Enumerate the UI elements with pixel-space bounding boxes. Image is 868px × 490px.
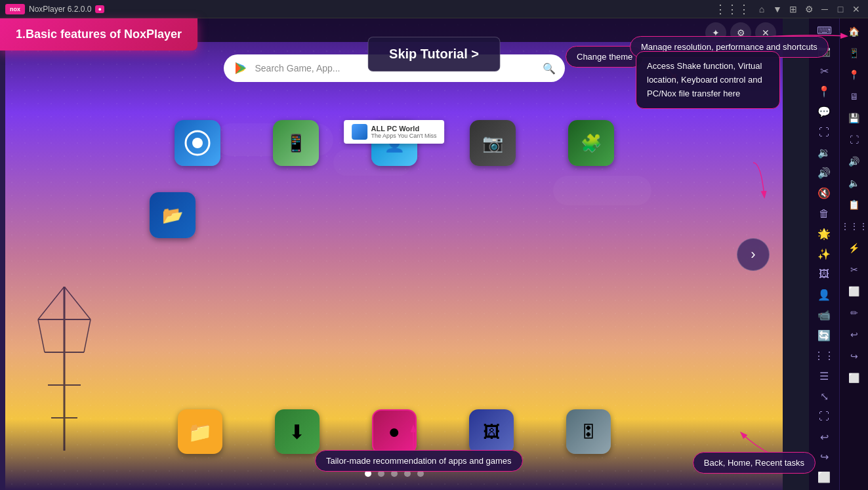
skip-tutorial-button[interactable]: Skip Tutorial >	[367, 37, 501, 71]
dock-icon-files[interactable]: 📁	[178, 409, 222, 454]
far-right-btn-14[interactable]: ✏	[842, 302, 866, 323]
settings-btn[interactable]: ⚙	[802, 3, 816, 16]
toolbar-scissors-btn[interactable]: ✂	[812, 62, 836, 81]
svg-line-5	[38, 287, 64, 319]
far-right-btn-6[interactable]: ⛶	[842, 129, 866, 150]
toolbar-messages-btn[interactable]: 💬	[812, 102, 836, 122]
toolbar-volume-up-btn[interactable]: 🔊	[812, 163, 836, 183]
far-right-btn-2[interactable]: 📱	[842, 43, 866, 64]
back-home-tooltip: Back, Home, Recent tasks	[693, 452, 816, 474]
far-right-btn-12[interactable]: ✂	[842, 259, 866, 280]
svg-line-6	[64, 287, 91, 319]
toolbar-resize-btn[interactable]: ⤡	[812, 386, 836, 406]
maximize-btn[interactable]: □	[834, 3, 847, 16]
dock-icon-installer[interactable]: ⬇	[275, 409, 320, 454]
watermark-icon	[352, 124, 367, 140]
toolbar-person-btn[interactable]: 👤	[812, 285, 836, 304]
far-right-btn-1[interactable]: 🏠	[842, 21, 866, 42]
app-name: NoxPlayer 6.2.0.0	[29, 5, 91, 14]
more-options[interactable]: ⋮⋮⋮	[712, 2, 753, 16]
svg-point-14	[192, 138, 203, 148]
close-btn[interactable]: ✕	[850, 3, 863, 16]
far-right-btn-10[interactable]: ⋮⋮⋮	[842, 216, 866, 237]
far-right-btn-11[interactable]: ⚡	[842, 237, 866, 258]
power-tower	[31, 287, 97, 451]
far-right-btn-3[interactable]: 📍	[842, 64, 866, 85]
dock-icon-gallery[interactable]: 🖼	[469, 409, 514, 454]
toolbar-undo-btn[interactable]: ↩	[812, 427, 836, 447]
toolbar-menu-btn[interactable]: ☰	[812, 366, 836, 386]
far-right-btn-4[interactable]: 🖥	[842, 86, 866, 107]
next-arrow-button[interactable]: ›	[737, 238, 770, 271]
toolbar-trash-btn[interactable]: 🗑	[812, 204, 836, 224]
toolbar-sparkle-btn[interactable]: ✨	[812, 244, 836, 264]
toolbar-location-btn[interactable]: 📍	[812, 82, 836, 102]
right-toolbar: ⌨ 📷 ✂ 📍 💬 ⛶ 🔉 🔊 🔇 🗑 🌟 ✨ 🖼 👤 📹 🔄 ⋮⋮ ☰ ⤡ ⛶…	[809, 18, 839, 490]
svg-line-8	[84, 319, 91, 352]
toolbar-redo-btn[interactable]: ↪	[812, 447, 836, 467]
toolbar-expand-btn[interactable]: ⛶	[812, 123, 836, 142]
minimize-btn[interactable]: ─	[818, 3, 831, 16]
far-right-btn-16[interactable]: ↪	[842, 346, 866, 367]
app-icon-app-manager[interactable]: 📱	[273, 120, 319, 166]
far-right-btn-17[interactable]: ⬜	[842, 367, 866, 388]
search-icon: 🔍	[543, 62, 556, 75]
tailor-made-tooltip: Tailor-made recommendation of apps and g…	[315, 450, 523, 472]
app-icon-crunchyroll[interactable]	[175, 120, 220, 166]
title-bar-left: nox NoxPlayer 6.2.0.0 ●	[5, 4, 104, 14]
watermark: ALL PC World The Apps You Can't Miss	[344, 120, 445, 144]
far-right-btn-7[interactable]: 🔊	[842, 151, 866, 172]
dock-icon-equalizer[interactable]: 🎛	[566, 409, 611, 454]
app-icon-camera[interactable]: 📷	[470, 120, 516, 166]
dock: 📁 ⬇ ● 🖼 🎛	[178, 409, 611, 454]
watermark-text: ALL PC World The Apps You Can't Miss	[371, 125, 437, 139]
nox-logo: nox	[5, 4, 25, 14]
title-bar-controls: ⋮⋮⋮ ⌂ ▼ ⊞ ⚙ ─ □ ✕	[712, 2, 863, 16]
tutorial-label: 1.Basic features of NoxPlayer	[0, 18, 197, 51]
far-right-sidebar: 🏠 📱 📍 🖥 💾 ⛶ 🔊 🔈 📋 ⋮⋮⋮ ⚡ ✂ ⬜ ✏ ↩ ↪ ⬜	[839, 18, 868, 490]
dock-icon-recommended[interactable]: ●	[372, 409, 417, 454]
toolbar-video-btn[interactable]: 📹	[812, 305, 836, 325]
dropdown-btn[interactable]: ▼	[771, 3, 784, 16]
toolbar-fullscreen-btn[interactable]: ⛶	[812, 407, 836, 426]
app-icons-row2: 📂	[150, 192, 196, 238]
far-right-btn-9[interactable]: 📋	[842, 194, 866, 215]
tutorial-banner: 1.Basic features of NoxPlayer	[0, 18, 197, 51]
home-btn[interactable]: ⌂	[755, 3, 768, 16]
toolbar-photo-btn[interactable]: 🌟	[812, 224, 836, 244]
far-right-btn-8[interactable]: 🔈	[842, 173, 866, 194]
toolbar-crop-btn[interactable]: ⬜	[812, 468, 836, 487]
far-right-btn-15[interactable]: ↩	[842, 324, 866, 345]
far-right-btn-13[interactable]: ⬜	[842, 281, 866, 302]
toolbar-image-btn[interactable]: 🖼	[812, 264, 836, 284]
cloud-3	[553, 176, 651, 205]
left-sidebar	[0, 18, 5, 490]
far-right-btn-5[interactable]: 💾	[842, 108, 866, 129]
app-icon-es-file[interactable]: 📂	[150, 192, 196, 238]
toolbar-apps-btn[interactable]: ⋮⋮	[812, 346, 836, 365]
access-shake-tooltip: Access Shake function, Virtual location,…	[636, 51, 780, 109]
app-icon-puzzle[interactable]: 🧩	[568, 120, 614, 166]
svg-line-7	[38, 319, 45, 352]
toolbar-volume-mute-btn[interactable]: 🔇	[812, 184, 836, 203]
google-play-icon	[233, 60, 249, 76]
title-bar: nox NoxPlayer 6.2.0.0 ● ⋮⋮⋮ ⌂ ▼ ⊞ ⚙ ─ □ …	[0, 0, 868, 18]
version-badge: ●	[95, 5, 104, 13]
toolbar-volume-down-btn[interactable]: 🔉	[812, 143, 836, 163]
toolbar-rotate-btn[interactable]: 🔄	[812, 325, 836, 345]
multi-instance-btn[interactable]: ⊞	[787, 3, 800, 16]
